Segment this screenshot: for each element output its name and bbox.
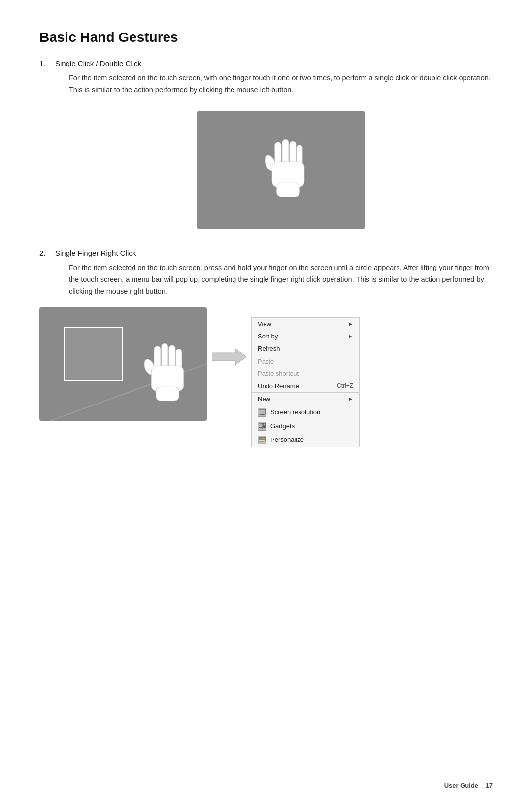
personalize-icon: [258, 436, 266, 444]
page-content: Basic Hand Gestures 1. Single Click / Do…: [0, 0, 532, 492]
arrow-indicator: [207, 347, 251, 367]
footer-page-number: 17: [486, 782, 493, 789]
svg-rect-16: [261, 414, 264, 415]
menu-item-refresh[interactable]: Refresh: [252, 342, 359, 355]
svg-rect-6: [277, 183, 300, 197]
hand-right-click-icon: [128, 337, 192, 411]
gesture-box-right-click: [39, 307, 207, 421]
footer: User Guide 17: [444, 782, 493, 789]
context-menu: View ► Sort by ► Refresh Paste P: [251, 317, 360, 447]
section-2-body: For the item selected on the touch scree…: [69, 262, 493, 298]
svg-rect-13: [156, 387, 179, 401]
section-2-heading: Single Finger Right Click: [55, 249, 136, 257]
svg-rect-22: [259, 438, 262, 439]
section-1: 1. Single Click / Double Click For the i…: [39, 59, 493, 229]
svg-rect-19: [263, 426, 266, 428]
gadgets-icon: [258, 422, 266, 431]
svg-rect-24: [259, 440, 265, 441]
gesture-box-single-click: [197, 111, 365, 229]
menu-item-new[interactable]: New ►: [252, 392, 359, 405]
svg-rect-20: [259, 428, 263, 429]
section-1-heading: Single Click / Double Click: [55, 59, 141, 67]
menu-item-undo-rename[interactable]: Undo Rename Ctrl+Z: [252, 380, 359, 392]
menu-item-personalize[interactable]: Personalize: [252, 433, 359, 447]
svg-marker-14: [212, 349, 246, 365]
footer-label: User Guide: [444, 782, 478, 789]
page-title: Basic Hand Gestures: [39, 30, 493, 45]
svg-rect-18: [263, 423, 266, 426]
svg-rect-17: [259, 423, 263, 427]
hand-single-icon: [249, 133, 313, 207]
section-2: 2. Single Finger Right Click For the ite…: [39, 249, 493, 447]
gesture-image-1: [69, 111, 493, 229]
section-2-illustration: View ► Sort by ► Refresh Paste P: [39, 307, 493, 447]
section-1-num: 1.: [39, 59, 51, 67]
menu-item-view[interactable]: View ►: [252, 318, 359, 330]
screen-resolution-icon: [258, 408, 266, 417]
menu-item-sortby[interactable]: Sort by ►: [252, 330, 359, 342]
svg-rect-15: [259, 409, 266, 414]
menu-item-paste: Paste: [252, 355, 359, 368]
inner-selection-box: [64, 327, 123, 381]
menu-item-gadgets[interactable]: Gadgets: [252, 419, 359, 433]
right-arrow-icon: [212, 347, 246, 367]
section-1-body: For the item selected on the touch scree…: [69, 72, 493, 96]
menu-item-paste-shortcut: Paste shortcut: [252, 368, 359, 380]
menu-item-screen-resolution[interactable]: Screen resolution: [252, 405, 359, 419]
section-2-num: 2.: [39, 249, 51, 257]
svg-rect-23: [262, 438, 265, 439]
